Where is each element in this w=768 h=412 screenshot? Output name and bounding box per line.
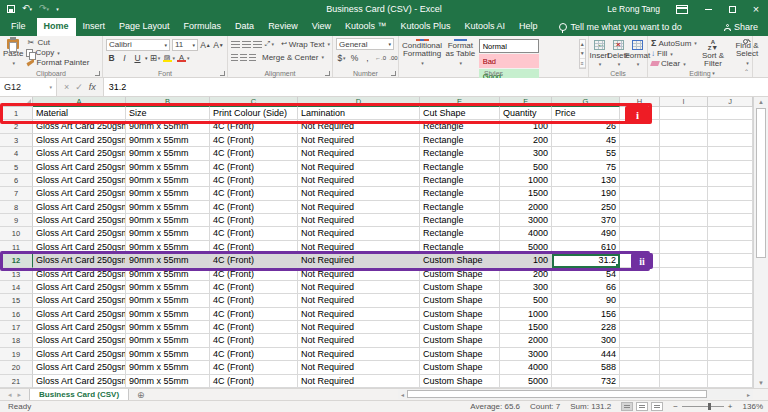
increase-decimal-icon[interactable]: ←.0: [375, 53, 386, 64]
font-size-select[interactable]: 11▾: [172, 39, 198, 51]
cell[interactable]: Gloss Art Card 250gsm: [33, 308, 126, 321]
cell[interactable]: 90mm x 55mm: [126, 201, 210, 214]
zoom-slider-thumb[interactable]: [708, 403, 711, 410]
confirm-entry-icon[interactable]: ✓: [75, 82, 83, 92]
fill-button[interactable]: ↓ Fill: [651, 49, 695, 58]
cancel-entry-icon[interactable]: ×: [64, 82, 69, 92]
normal-view-icon[interactable]: [621, 402, 633, 411]
cell[interactable]: [708, 201, 753, 214]
cell[interactable]: [620, 214, 660, 227]
column-header-D[interactable]: D: [298, 97, 420, 107]
cell[interactable]: [620, 268, 660, 281]
cell[interactable]: 4C (Front): [210, 241, 298, 254]
cell[interactable]: 130: [552, 174, 620, 187]
cell[interactable]: Custom Shape: [420, 281, 500, 294]
cell[interactable]: [708, 375, 753, 388]
cell[interactable]: Rectangle: [420, 161, 500, 174]
cell[interactable]: Quantity: [500, 107, 552, 120]
column-header-C[interactable]: C: [210, 97, 298, 107]
find-select-button[interactable]: Find & Select: [731, 38, 763, 67]
cell[interactable]: Rectangle: [420, 134, 500, 147]
scroll-left-icon[interactable]: ◂: [398, 391, 407, 398]
cell[interactable]: Rectangle: [420, 241, 500, 254]
cell[interactable]: [660, 361, 708, 374]
cell[interactable]: 190: [552, 187, 620, 200]
cell[interactable]: [620, 281, 660, 294]
cell[interactable]: Not Required: [298, 147, 420, 160]
cell[interactable]: 228: [552, 321, 620, 334]
formula-input[interactable]: 31.2: [104, 78, 768, 96]
zoom-in-icon[interactable]: +: [728, 402, 733, 411]
cell[interactable]: [708, 294, 753, 307]
cell-style-normal[interactable]: Normal: [479, 39, 539, 53]
column-header-B[interactable]: B: [126, 97, 210, 107]
cell[interactable]: [620, 241, 660, 254]
cell[interactable]: Gloss Art Card 250gsm: [33, 294, 126, 307]
cell[interactable]: Rectangle: [420, 201, 500, 214]
row-header-9[interactable]: 9: [0, 214, 33, 227]
insert-function-icon[interactable]: fx: [89, 82, 96, 92]
scroll-down-icon[interactable]: ▼: [754, 378, 768, 388]
next-sheet-icon[interactable]: ▸: [18, 391, 22, 399]
underline-button[interactable]: U: [132, 53, 143, 64]
cell[interactable]: 90mm x 55mm: [126, 334, 210, 347]
borders-icon[interactable]: ⊞: [150, 53, 161, 64]
orientation-icon[interactable]: ⤢: [264, 39, 275, 50]
tab-formulas[interactable]: Formulas: [177, 18, 229, 36]
cell[interactable]: [620, 147, 660, 160]
cell[interactable]: Cut Shape: [420, 107, 500, 120]
cell[interactable]: 610: [552, 241, 620, 254]
cell[interactable]: [620, 375, 660, 388]
cell[interactable]: Not Required: [298, 134, 420, 147]
cell[interactable]: Rectangle: [420, 214, 500, 227]
cell[interactable]: 90mm x 55mm: [126, 147, 210, 160]
cell[interactable]: [620, 134, 660, 147]
tab-data[interactable]: Data: [228, 18, 261, 36]
row-header-13[interactable]: 13: [0, 268, 33, 281]
share-button[interactable]: Share: [714, 18, 768, 36]
cell[interactable]: [620, 161, 660, 174]
align-left-icon[interactable]: [231, 54, 238, 61]
cell[interactable]: 490: [552, 227, 620, 240]
row-header-16[interactable]: 16: [0, 308, 33, 321]
cell[interactable]: 4C (Front): [210, 268, 298, 281]
cell[interactable]: 300: [500, 281, 552, 294]
cell[interactable]: [620, 120, 660, 133]
cell[interactable]: Not Required: [298, 241, 420, 254]
cell[interactable]: [660, 281, 708, 294]
row-header-17[interactable]: 17: [0, 321, 33, 334]
cell[interactable]: 1000: [500, 308, 552, 321]
cell[interactable]: Not Required: [298, 268, 420, 281]
clear-button[interactable]: Clear: [651, 59, 695, 68]
font-family-select[interactable]: Calibri▾: [106, 39, 170, 51]
restore-button[interactable]: [720, 0, 744, 18]
cell[interactable]: [660, 241, 708, 254]
align-center-icon[interactable]: [240, 54, 247, 61]
cell[interactable]: Gloss Art Card 250gsm: [33, 120, 126, 133]
insert-cells-button[interactable]: ← Insert: [591, 38, 609, 67]
cell[interactable]: Custom Shape: [420, 375, 500, 388]
cell[interactable]: [708, 241, 753, 254]
cell[interactable]: 90mm x 55mm: [126, 161, 210, 174]
row-header-5[interactable]: 5: [0, 161, 33, 174]
row-header-14[interactable]: 14: [0, 281, 33, 294]
cell[interactable]: 1000: [500, 174, 552, 187]
column-header-I[interactable]: I: [660, 97, 708, 107]
cell[interactable]: [660, 308, 708, 321]
cell[interactable]: 4C (Front): [210, 375, 298, 388]
tab-file[interactable]: File: [0, 18, 37, 36]
cell[interactable]: [620, 227, 660, 240]
comma-style-icon[interactable]: ,: [362, 53, 373, 64]
cell[interactable]: [660, 375, 708, 388]
cell[interactable]: 4C (Front): [210, 201, 298, 214]
cell[interactable]: 4C (Front): [210, 281, 298, 294]
cell[interactable]: Gloss Art Card 250gsm: [33, 334, 126, 347]
cell[interactable]: [660, 214, 708, 227]
cell[interactable]: [708, 187, 753, 200]
cell[interactable]: [660, 294, 708, 307]
cell[interactable]: [660, 174, 708, 187]
column-header-A[interactable]: A: [33, 97, 126, 107]
undo-icon[interactable]: ↶▾: [22, 4, 32, 14]
shrink-font-icon[interactable]: A▼: [213, 39, 224, 50]
name-box[interactable]: G12 ▾: [0, 78, 57, 96]
